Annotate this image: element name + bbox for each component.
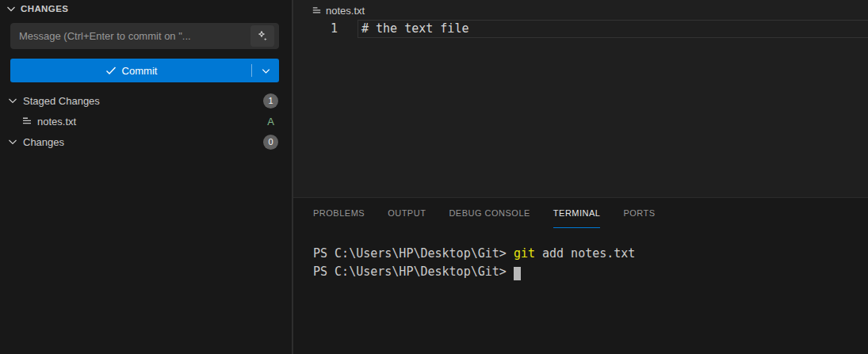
- commit-dropdown-button[interactable]: [252, 59, 279, 82]
- staged-count-badge: 1: [263, 93, 278, 108]
- staged-changes-label: Staged Changes: [23, 95, 100, 107]
- changes-label: Changes: [23, 136, 64, 148]
- changes-group[interactable]: Changes 0: [0, 132, 292, 151]
- git-status-added: A: [267, 116, 274, 128]
- tab-output[interactable]: OUTPUT: [388, 198, 426, 228]
- staged-file-row[interactable]: notes.txt A: [0, 112, 292, 131]
- terminal-args: add notes.txt: [535, 246, 635, 261]
- sparkle-icon: [256, 30, 269, 43]
- breadcrumb[interactable]: notes.txt: [311, 2, 365, 18]
- generate-commit-message-button[interactable]: [250, 25, 274, 47]
- terminal-cursor: [514, 267, 521, 280]
- staged-changes-group[interactable]: Staged Changes 1: [0, 91, 292, 110]
- terminal-prompt: PS C:\Users\HP\Desktop\Git>: [313, 265, 514, 279]
- editor-pane[interactable]: notes.txt 1 # the text file: [293, 0, 868, 197]
- source-control-sidebar: CHANGES Commit Staged Changes 1: [0, 0, 292, 354]
- tab-terminal[interactable]: TERMINAL: [553, 198, 601, 228]
- text-file-icon: [21, 115, 33, 128]
- bottom-panel: PROBLEMS OUTPUT DEBUG CONSOLE TERMINAL P…: [293, 197, 868, 354]
- chevron-down-icon: [5, 2, 17, 15]
- check-icon: [105, 64, 117, 77]
- changes-count-badge: 0: [263, 135, 278, 150]
- code-area[interactable]: 1 # the text file: [293, 20, 868, 197]
- text-file-icon: [311, 5, 323, 17]
- terminal-prompt: PS C:\Users\HP\Desktop\Git>: [313, 246, 514, 261]
- breadcrumb-file-name: notes.txt: [326, 5, 365, 17]
- chevron-down-icon: [6, 135, 19, 148]
- tab-problems[interactable]: PROBLEMS: [313, 198, 365, 228]
- line-number: 1: [317, 20, 338, 38]
- terminal-line: PS C:\Users\HP\Desktop\Git>: [313, 263, 860, 281]
- chevron-down-icon: [6, 94, 19, 107]
- panel-tab-bar: PROBLEMS OUTPUT DEBUG CONSOLE TERMINAL P…: [313, 198, 656, 228]
- staged-file-name: notes.txt: [37, 116, 76, 128]
- main-area: notes.txt 1 # the text file PROBLEMS OUT…: [293, 0, 868, 354]
- terminal-line: PS C:\Users\HP\Desktop\Git> git add note…: [313, 245, 860, 263]
- changes-section-header[interactable]: CHANGES: [0, 0, 292, 17]
- tab-debug-console[interactable]: DEBUG CONSOLE: [449, 198, 530, 228]
- terminal-command: git: [514, 246, 535, 261]
- changes-section-title: CHANGES: [21, 4, 68, 13]
- commit-button[interactable]: Commit: [10, 59, 279, 82]
- tab-ports[interactable]: PORTS: [623, 198, 655, 228]
- commit-button-label: Commit: [122, 65, 158, 77]
- commit-message-input[interactable]: [10, 23, 279, 49]
- code-line: # the text file: [361, 20, 468, 38]
- terminal-output[interactable]: PS C:\Users\HP\Desktop\Git> git add note…: [313, 245, 860, 354]
